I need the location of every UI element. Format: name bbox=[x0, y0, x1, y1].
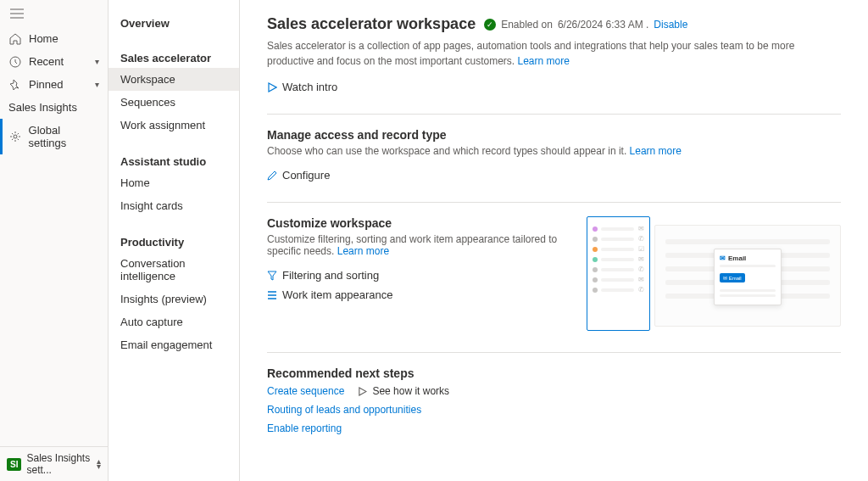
learn-more-link[interactable]: Learn more bbox=[337, 245, 389, 257]
manage-access-block: Manage access and record type Choose who… bbox=[267, 128, 841, 185]
mail-icon: ✉ bbox=[637, 277, 644, 283]
mail-icon: ✉ bbox=[720, 254, 726, 262]
page-description: Sales accelerator is a collection of app… bbox=[267, 38, 810, 69]
divider bbox=[267, 114, 841, 115]
rail-footer-label: Sales Insights sett... bbox=[26, 452, 92, 476]
chevron-down-icon: ▾ bbox=[95, 80, 99, 89]
hamburger-icon[interactable] bbox=[0, 5, 108, 22]
pencil-icon bbox=[267, 171, 277, 181]
customize-illustration: ✉ ✆ ☑ ✉ ✆ ✉ ✆ ✉Email ✉ Email bbox=[587, 216, 841, 335]
status-label: Enabled on bbox=[501, 19, 553, 31]
watch-intro-button[interactable]: Watch intro bbox=[267, 77, 337, 97]
rail-home[interactable]: Home bbox=[0, 27, 108, 50]
next-steps-title: Recommended next steps bbox=[267, 366, 841, 380]
secnav-group-assistant-studio: Assistant studio bbox=[108, 148, 239, 171]
clock-icon bbox=[8, 56, 22, 68]
rail-pinned[interactable]: Pinned ▾ bbox=[0, 73, 108, 96]
secnav-as-home[interactable]: Home bbox=[108, 171, 239, 194]
divider bbox=[267, 202, 841, 203]
left-rail: Home Recent ▾ Pinned ▾ Sales Insights Gl… bbox=[0, 0, 108, 481]
status-date: 6/26/2024 6:33 AM . bbox=[558, 19, 648, 31]
customize-workspace-block: Customize workspace Customize filtering,… bbox=[267, 216, 841, 335]
chevron-down-icon: ▾ bbox=[95, 57, 99, 66]
play-icon bbox=[267, 82, 277, 92]
status-row: ✓ Enabled on 6/26/2024 6:33 AM . Disable bbox=[484, 19, 687, 31]
secnav-workspace[interactable]: Workspace bbox=[108, 68, 239, 91]
customize-title: Customize workspace bbox=[267, 216, 566, 230]
illus-card-button: ✉ Email bbox=[720, 273, 745, 282]
rail-recent[interactable]: Recent ▾ bbox=[0, 50, 108, 73]
work-item-appearance-button[interactable]: Work item appearance bbox=[267, 285, 566, 305]
svg-point-1 bbox=[14, 135, 17, 138]
see-how-label: See how it works bbox=[372, 385, 449, 397]
enable-reporting-link[interactable]: Enable reporting bbox=[267, 422, 841, 434]
secnav-overview[interactable]: Overview bbox=[108, 10, 239, 33]
secnav-insight-cards[interactable]: Insight cards bbox=[108, 194, 239, 217]
home-icon bbox=[8, 33, 22, 45]
rail-recent-label: Recent bbox=[29, 55, 64, 68]
phone-icon: ✆ bbox=[637, 287, 644, 294]
configure-button[interactable]: Configure bbox=[267, 165, 841, 185]
customize-desc: Customize filtering, sorting and work it… bbox=[267, 233, 566, 257]
rail-global-settings-label: Global settings bbox=[29, 124, 99, 149]
filtering-sorting-label: Filtering and sorting bbox=[282, 269, 379, 282]
rail-sales-insights[interactable]: Sales Insights bbox=[0, 96, 108, 119]
create-sequence-link[interactable]: Create sequence bbox=[267, 385, 344, 397]
updown-icon: ▴▾ bbox=[97, 459, 101, 469]
phone-icon: ✆ bbox=[637, 236, 644, 243]
secondary-nav: Overview Sales accelerator Workspace Seq… bbox=[108, 0, 240, 481]
manage-access-title: Manage access and record type bbox=[267, 128, 841, 142]
secnav-conversation-intelligence[interactable]: Conversation intelligence bbox=[108, 252, 239, 288]
main-content: Sales accelerator workspace ✓ Enabled on… bbox=[240, 0, 868, 481]
pin-icon bbox=[8, 79, 22, 91]
learn-more-link[interactable]: Learn more bbox=[630, 145, 682, 157]
rail-global-settings[interactable]: Global settings bbox=[0, 119, 108, 154]
secnav-auto-capture[interactable]: Auto capture bbox=[108, 310, 239, 333]
work-item-appearance-label: Work item appearance bbox=[282, 288, 393, 301]
page-title: Sales accelerator workspace bbox=[267, 15, 476, 33]
secnav-email-engagement[interactable]: Email engagement bbox=[108, 333, 239, 356]
disable-link[interactable]: Disable bbox=[654, 19, 687, 31]
check-icon: ☑ bbox=[637, 246, 644, 253]
phone-icon: ✆ bbox=[637, 266, 644, 273]
mail-icon: ✉ bbox=[637, 256, 644, 263]
see-how-it-works-button[interactable]: See how it works bbox=[358, 385, 449, 397]
rail-home-label: Home bbox=[29, 32, 58, 45]
secnav-work-assignment[interactable]: Work assignment bbox=[108, 114, 239, 137]
rail-footer[interactable]: SI Sales Insights sett... ▴▾ bbox=[0, 446, 108, 481]
list-icon bbox=[267, 290, 277, 300]
check-circle-icon: ✓ bbox=[484, 19, 496, 31]
secnav-group-productivity: Productivity bbox=[108, 229, 239, 252]
secnav-sequences[interactable]: Sequences bbox=[108, 91, 239, 114]
watch-intro-label: Watch intro bbox=[282, 81, 337, 93]
divider bbox=[267, 352, 841, 353]
si-badge: SI bbox=[7, 458, 21, 471]
routing-link[interactable]: Routing of leads and opportunities bbox=[267, 404, 841, 416]
secnav-insights-preview[interactable]: Insights (preview) bbox=[108, 288, 239, 310]
filter-icon bbox=[267, 271, 277, 281]
play-icon bbox=[358, 387, 367, 396]
mail-icon: ✉ bbox=[637, 226, 644, 232]
secnav-group-sales-accelerator: Sales accelerator bbox=[108, 45, 239, 68]
recommended-next-steps-block: Recommended next steps Create sequence S… bbox=[267, 366, 841, 434]
rail-pinned-label: Pinned bbox=[29, 78, 63, 91]
learn-more-link[interactable]: Learn more bbox=[517, 55, 569, 67]
manage-access-desc: Choose who can use the workspace and whi… bbox=[267, 145, 841, 157]
configure-label: Configure bbox=[282, 169, 330, 182]
filtering-sorting-button[interactable]: Filtering and sorting bbox=[267, 266, 566, 285]
gear-icon bbox=[8, 131, 22, 143]
illus-card-title: Email bbox=[728, 254, 746, 262]
